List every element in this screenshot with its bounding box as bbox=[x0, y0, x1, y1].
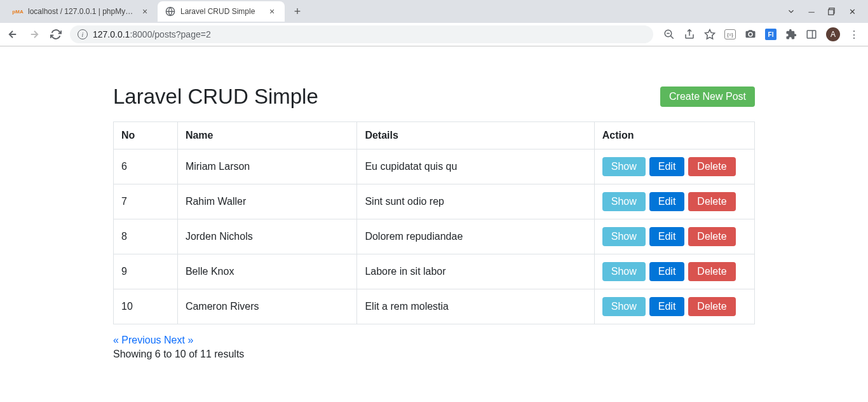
address-bar: i 127.0.0.1:8000/posts?page=2 {=} Fl bbox=[0, 23, 868, 46]
edit-button[interactable]: Edit bbox=[649, 262, 685, 281]
posts-table: No Name Details Action 6Miriam LarsonEu … bbox=[113, 121, 755, 324]
share-icon[interactable] bbox=[684, 29, 695, 40]
delete-button[interactable]: Delete bbox=[688, 262, 735, 281]
table-row: 9Belle KnoxLabore in sit laborShowEditDe… bbox=[114, 254, 755, 289]
extensions-icon[interactable] bbox=[785, 29, 797, 40]
maximize-icon[interactable] bbox=[827, 7, 836, 16]
results-summary: Showing 6 to 10 of 11 results bbox=[113, 349, 755, 360]
back-button[interactable] bbox=[5, 27, 20, 42]
toolbar-icons: {=} Fl A ⋮ bbox=[660, 27, 863, 41]
svg-rect-4 bbox=[807, 31, 816, 38]
bookmark-icon[interactable] bbox=[704, 29, 715, 40]
camera-icon[interactable] bbox=[745, 29, 756, 40]
cell-no: 7 bbox=[114, 184, 178, 219]
close-icon[interactable]: × bbox=[267, 6, 277, 17]
globe-icon bbox=[165, 6, 175, 17]
url-text: 127.0.0.1:8000/posts?page=2 bbox=[93, 29, 211, 39]
cell-action: ShowEditDelete bbox=[594, 289, 754, 324]
create-post-button[interactable]: Create New Post bbox=[660, 87, 755, 107]
edit-button[interactable]: Edit bbox=[649, 227, 685, 246]
zoom-icon[interactable] bbox=[663, 29, 675, 40]
table-header-row: No Name Details Action bbox=[114, 122, 755, 149]
show-button[interactable]: Show bbox=[602, 192, 646, 211]
cell-details: Sint sunt odio rep bbox=[357, 184, 594, 219]
col-no: No bbox=[114, 122, 178, 149]
page-header: Laravel CRUD Simple Create New Post bbox=[113, 85, 755, 109]
show-button[interactable]: Show bbox=[602, 297, 646, 316]
cell-action: ShowEditDelete bbox=[594, 219, 754, 254]
col-details: Details bbox=[357, 122, 594, 149]
cell-action: ShowEditDelete bbox=[594, 254, 754, 289]
phpmyadmin-icon: pMA bbox=[13, 6, 23, 17]
close-icon[interactable]: × bbox=[140, 6, 150, 17]
cell-no: 8 bbox=[114, 219, 178, 254]
table-row: 6Miriam LarsonEu cupidatat quis quShowEd… bbox=[114, 149, 755, 184]
table-row: 10Cameron RiversElit a rem molestiaShowE… bbox=[114, 289, 755, 324]
cell-no: 10 bbox=[114, 289, 178, 324]
delete-button[interactable]: Delete bbox=[688, 297, 735, 316]
cell-name: Cameron Rivers bbox=[177, 289, 357, 324]
page-viewport: Laravel CRUD Simple Create New Post No N… bbox=[0, 46, 868, 402]
show-button[interactable]: Show bbox=[602, 157, 646, 176]
pagination-next[interactable]: Next » bbox=[164, 335, 193, 345]
table-row: 7Rahim WallerSint sunt odio repShowEditD… bbox=[114, 184, 755, 219]
table-row: 8Jorden NicholsDolorem repudiandaeShowEd… bbox=[114, 219, 755, 254]
window-controls: ─ ✕ bbox=[787, 7, 863, 16]
cell-details: Elit a rem molestia bbox=[357, 289, 594, 324]
browser-chrome: pMA localhost / 127.0.0.1 | phpMyAdm × L… bbox=[0, 0, 868, 46]
pagination: « Previous Next » bbox=[113, 335, 755, 346]
forward-button[interactable] bbox=[27, 27, 42, 42]
extension-box-icon[interactable]: {=} bbox=[724, 29, 736, 40]
cell-no: 6 bbox=[114, 149, 178, 184]
tab-title: localhost / 127.0.0.1 | phpMyAdm bbox=[28, 7, 135, 16]
url-input[interactable]: i 127.0.0.1:8000/posts?page=2 bbox=[70, 25, 653, 43]
side-panel-icon[interactable] bbox=[806, 29, 817, 40]
edit-button[interactable]: Edit bbox=[649, 297, 685, 316]
extension-fl-icon[interactable]: Fl bbox=[765, 29, 776, 40]
main-container: Laravel CRUD Simple Create New Post No N… bbox=[113, 46, 755, 385]
col-action: Action bbox=[594, 122, 754, 149]
edit-button[interactable]: Edit bbox=[649, 157, 685, 176]
svg-rect-2 bbox=[829, 10, 834, 15]
edit-button[interactable]: Edit bbox=[649, 192, 685, 211]
page-title: Laravel CRUD Simple bbox=[113, 85, 318, 109]
cell-name: Miriam Larson bbox=[177, 149, 357, 184]
minimize-icon[interactable]: ─ bbox=[807, 7, 816, 16]
tab-laravel-crud[interactable]: Laravel CRUD Simple × bbox=[158, 1, 285, 22]
pagination-prev[interactable]: « Previous bbox=[113, 335, 161, 345]
reload-button[interactable] bbox=[48, 27, 64, 42]
show-button[interactable]: Show bbox=[602, 262, 646, 281]
tab-phpmyadmin[interactable]: pMA localhost / 127.0.0.1 | phpMyAdm × bbox=[5, 1, 158, 22]
show-button[interactable]: Show bbox=[602, 227, 646, 246]
profile-avatar[interactable]: A bbox=[826, 27, 840, 41]
cell-details: Labore in sit labor bbox=[357, 254, 594, 289]
cell-details: Dolorem repudiandae bbox=[357, 219, 594, 254]
cell-no: 9 bbox=[114, 254, 178, 289]
menu-icon[interactable]: ⋮ bbox=[849, 29, 859, 41]
delete-button[interactable]: Delete bbox=[688, 157, 735, 176]
new-tab-button[interactable]: + bbox=[288, 3, 306, 20]
tab-bar: pMA localhost / 127.0.0.1 | phpMyAdm × L… bbox=[0, 0, 868, 23]
delete-button[interactable]: Delete bbox=[688, 192, 735, 211]
site-info-icon[interactable]: i bbox=[78, 29, 88, 39]
tab-title: Laravel CRUD Simple bbox=[180, 7, 262, 16]
cell-name: Rahim Waller bbox=[177, 184, 357, 219]
close-window-icon[interactable]: ✕ bbox=[848, 7, 857, 16]
chevron-down-icon[interactable] bbox=[787, 7, 796, 16]
cell-details: Eu cupidatat quis qu bbox=[357, 149, 594, 184]
cell-action: ShowEditDelete bbox=[594, 149, 754, 184]
cell-name: Belle Knox bbox=[177, 254, 357, 289]
cell-name: Jorden Nichols bbox=[177, 219, 357, 254]
delete-button[interactable]: Delete bbox=[688, 227, 735, 246]
cell-action: ShowEditDelete bbox=[594, 184, 754, 219]
col-name: Name bbox=[177, 122, 357, 149]
